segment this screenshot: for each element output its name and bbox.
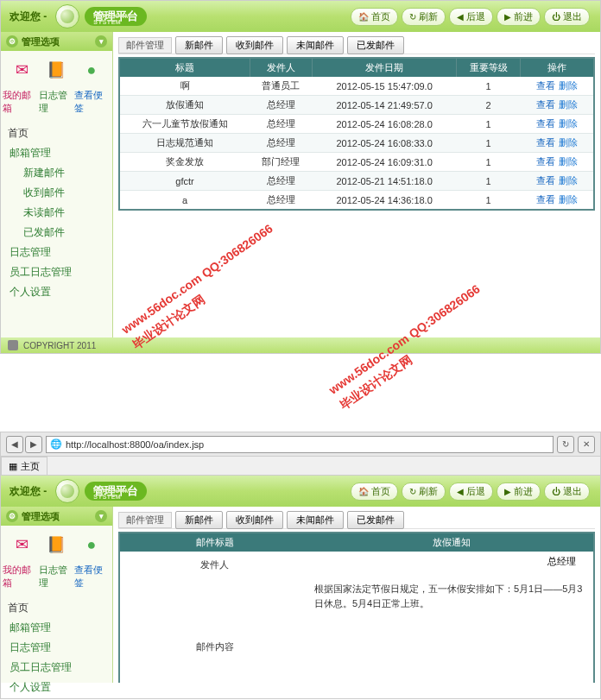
detail-subject: 放假通知: [309, 533, 594, 552]
table-row: 六一儿童节放假通知总经理2012-05-24 16:08:28.01查看删除: [119, 115, 594, 134]
cell-date: 2012-05-14 21:49:57.0: [313, 96, 457, 115]
action-delete[interactable]: 删除: [559, 175, 578, 186]
link-mailbox[interactable]: 我的邮箱: [3, 89, 39, 115]
cell-title: a: [119, 191, 250, 211]
detail-body-text: 根据国家法定节假日规定，五一休假安排如下：5月1日——5月3日休息。5月4日正常…: [309, 578, 594, 683]
collapse-icon[interactable]: ▾: [95, 35, 107, 47]
browser-tab[interactable]: ▦ 主页: [1, 457, 47, 476]
action-view[interactable]: 查看: [536, 137, 555, 148]
side-nav: 首页 邮箱管理 日志管理 员工日志管理 个人设置: [1, 595, 112, 699]
nav-inbox[interactable]: 收到邮件: [6, 183, 107, 203]
sidebar: ⚙管理选项 ▾ ✉ 📙 ● 我的邮箱 日志管理 查看便签 首页 邮箱管理 新建邮…: [1, 32, 113, 337]
nav-emp-log[interactable]: 员工日志管理: [6, 262, 107, 282]
cell-title: 六一儿童节放假通知: [119, 115, 250, 134]
cell-level: 1: [457, 115, 521, 134]
copyright-text: COPYRIGHT 2011: [23, 341, 96, 350]
browser-stop[interactable]: ✕: [578, 436, 595, 453]
detail-title-header: 邮件标题: [119, 533, 309, 552]
nav-refresh[interactable]: ↻刷新: [402, 8, 446, 26]
link-notes[interactable]: 查看便签: [74, 564, 111, 590]
nav-home[interactable]: 🏠首页: [351, 482, 398, 501]
action-delete[interactable]: 删除: [559, 194, 578, 205]
tab-sent[interactable]: 已发邮件: [347, 36, 404, 54]
link-notes[interactable]: 查看便签: [74, 89, 111, 115]
breadcrumb-label: 邮件管理: [118, 512, 172, 528]
collapse-icon[interactable]: ▾: [95, 510, 107, 522]
mail-table: 标题 发件人 发件日期 重要等级 操作 啊普通员工2012-05-15 15:4…: [118, 57, 595, 211]
action-view[interactable]: 查看: [536, 175, 555, 186]
action-delete[interactable]: 删除: [559, 99, 578, 110]
cell-actions: 查看删除: [521, 153, 594, 172]
col-level: 重要等级: [457, 58, 521, 77]
log-icon[interactable]: 📙: [44, 533, 68, 557]
nav-forward[interactable]: ▶前进: [497, 8, 541, 26]
welcome-text: 欢迎您 -: [9, 9, 47, 24]
action-view[interactable]: 查看: [536, 80, 555, 91]
back-icon: ◀: [457, 12, 464, 22]
col-date: 发件日期: [313, 58, 457, 77]
nav-back[interactable]: ◀后退: [449, 8, 493, 26]
welcome-text: 欢迎您 -: [9, 484, 47, 499]
cell-sender: 总经理: [250, 134, 313, 153]
action-view[interactable]: 查看: [536, 156, 555, 167]
mailbox-icon[interactable]: ✉: [9, 58, 34, 82]
note-icon[interactable]: ●: [79, 533, 104, 557]
cell-actions: 查看删除: [521, 115, 594, 134]
nav-emp-log[interactable]: 员工日志管理: [6, 658, 107, 678]
app-header: 欢迎您 - 管理平台 PLATFORM SYSTEM 🏠首页 ↻刷新 ◀后退 ▶…: [1, 1, 600, 32]
cell-actions: 查看删除: [521, 96, 594, 115]
tab-new[interactable]: 新邮件: [175, 511, 223, 529]
sidebar-2: ⚙管理选项 ▾ ✉ 📙 ● 我的邮箱 日志管理 查看便签 首页 邮箱管理 日志管…: [1, 507, 113, 683]
log-icon[interactable]: 📙: [44, 58, 68, 82]
action-delete[interactable]: 删除: [559, 137, 578, 148]
nav-exit[interactable]: ⏻退出: [544, 8, 590, 26]
tab-new[interactable]: 新邮件: [175, 36, 223, 54]
nav-mail-mgmt[interactable]: 邮箱管理: [6, 618, 107, 638]
sidebar-quick-links: 我的邮箱 日志管理 查看便签: [1, 89, 112, 120]
address-bar[interactable]: 🌐http://localhost:8800/oa/index.jsp: [46, 436, 554, 453]
action-delete[interactable]: 删除: [559, 156, 578, 167]
link-logs[interactable]: 日志管理: [39, 89, 75, 115]
nav-sent[interactable]: 已发邮件: [6, 223, 107, 243]
cell-sender: 总经理: [250, 115, 313, 134]
cell-sender: 总经理: [250, 172, 313, 191]
nav-forward[interactable]: ▶前进: [497, 482, 541, 501]
tab-unread[interactable]: 未闻邮件: [287, 511, 344, 529]
cell-level: 2: [457, 96, 521, 115]
action-view[interactable]: 查看: [536, 118, 555, 129]
action-delete[interactable]: 删除: [559, 80, 578, 91]
action-view[interactable]: 查看: [536, 99, 555, 110]
nav-exit[interactable]: ⏻退出: [544, 482, 590, 501]
cell-title: 啊: [119, 77, 250, 96]
browser-refresh[interactable]: ↻: [557, 436, 574, 453]
action-view[interactable]: 查看: [536, 194, 555, 205]
nav-root[interactable]: 首页: [6, 598, 107, 618]
nav-log-mgmt[interactable]: 日志管理: [6, 638, 107, 658]
nav-unread[interactable]: 未读邮件: [6, 203, 107, 223]
nav-root[interactable]: 首页: [6, 123, 107, 143]
mailbox-icon[interactable]: ✉: [9, 533, 34, 557]
browser-forward[interactable]: ▶: [25, 436, 42, 453]
nav-back[interactable]: ◀后退: [449, 482, 493, 501]
tab-inbox[interactable]: 收到邮件: [226, 36, 283, 54]
mail-detail-table: 邮件标题 放假通知 发件人 总经理 邮件内容 根据国家法定节假日规定，五一休假安…: [118, 532, 595, 683]
link-logs[interactable]: 日志管理: [39, 564, 75, 590]
tab-sent[interactable]: 已发邮件: [347, 511, 404, 529]
refresh-icon: ↻: [409, 12, 416, 22]
browser-back[interactable]: ◀: [6, 436, 23, 453]
nav-log-mgmt[interactable]: 日志管理: [6, 243, 107, 262]
nav-settings[interactable]: 个人设置: [6, 678, 107, 697]
note-icon[interactable]: ●: [79, 58, 104, 82]
nav-home[interactable]: 🏠首页: [351, 8, 398, 26]
tab-unread[interactable]: 未闻邮件: [287, 36, 344, 54]
nav-new-mail[interactable]: 新建邮件: [6, 163, 107, 183]
sidebar-header: ⚙管理选项 ▾: [1, 32, 112, 51]
link-mailbox[interactable]: 我的邮箱: [3, 564, 39, 590]
sidebar-header: ⚙管理选项 ▾: [1, 507, 112, 526]
tab-inbox[interactable]: 收到邮件: [226, 511, 283, 529]
nav-mail-mgmt[interactable]: 邮箱管理: [6, 143, 107, 163]
cell-date: 2012-05-24 14:36:18.0: [313, 191, 457, 211]
nav-settings[interactable]: 个人设置: [6, 282, 107, 302]
action-delete[interactable]: 删除: [559, 118, 578, 129]
nav-refresh[interactable]: ↻刷新: [402, 482, 446, 501]
